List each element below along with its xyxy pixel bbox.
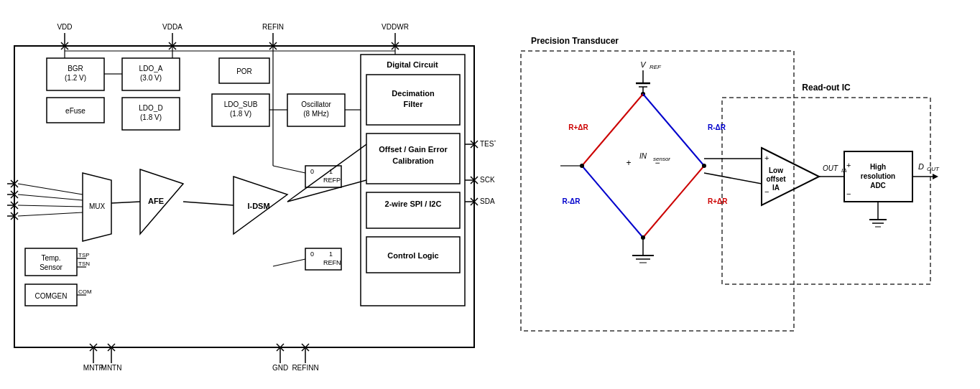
svg-text:VDDWR: VDDWR	[382, 23, 409, 31]
svg-text:D: D	[918, 162, 924, 171]
svg-line-49	[471, 141, 478, 148]
svg-text:R-ΔR: R-ΔR	[708, 123, 726, 131]
svg-text:COMGEN: COMGEN	[35, 292, 68, 300]
svg-line-115	[108, 344, 115, 351]
svg-text:Read-out IC: Read-out IC	[802, 83, 851, 93]
svg-rect-20	[47, 98, 104, 123]
svg-text:VDD: VDD	[57, 23, 72, 31]
svg-text:0: 0	[310, 168, 314, 175]
svg-text:+: +	[764, 154, 769, 162]
svg-line-167	[704, 173, 762, 184]
svg-line-104	[18, 194, 83, 200]
svg-rect-85	[25, 284, 77, 306]
svg-line-50	[471, 141, 478, 148]
svg-rect-138	[722, 98, 930, 284]
svg-text:−: −	[764, 187, 769, 196]
svg-rect-25	[122, 98, 180, 130]
svg-line-111	[90, 344, 97, 351]
svg-text:GND: GND	[272, 364, 288, 372]
svg-text:resolution: resolution	[861, 172, 895, 180]
svg-text:LDO_A: LDO_A	[139, 65, 163, 72]
svg-text:BGR: BGR	[68, 65, 83, 72]
svg-rect-33	[287, 94, 345, 126]
svg-line-66	[11, 191, 18, 198]
svg-line-54	[471, 177, 478, 184]
svg-line-58	[471, 198, 478, 205]
svg-text:MNTN: MNTN	[101, 364, 122, 372]
svg-text:R+ΔR: R+ΔR	[708, 197, 728, 205]
svg-line-116	[108, 344, 115, 351]
svg-rect-28	[219, 58, 269, 83]
main-container: VDD VDDA REFIN VDDWR BGR (1.2 V) eFuse	[0, 4, 980, 385]
svg-line-151	[582, 166, 643, 238]
svg-line-2	[61, 42, 68, 50]
svg-text:TSP: TSP	[78, 252, 90, 258]
svg-rect-17	[47, 58, 104, 90]
svg-line-119	[277, 344, 284, 351]
svg-line-120	[277, 344, 284, 351]
svg-text:LDO_SUB: LDO_SUB	[224, 100, 258, 108]
svg-text:SCK: SCK	[480, 176, 495, 184]
svg-text:MNTP: MNTP	[83, 364, 104, 372]
svg-rect-41	[366, 133, 460, 184]
svg-marker-185	[933, 174, 938, 179]
svg-line-147	[582, 94, 643, 166]
svg-text:+: +	[626, 158, 631, 168]
svg-text:0: 0	[310, 250, 314, 258]
svg-text:ADC: ADC	[870, 182, 886, 189]
svg-rect-36	[361, 55, 465, 306]
svg-text:−: −	[846, 189, 851, 198]
svg-text:2-wire SPI / I2C: 2-wire SPI / I2C	[385, 200, 442, 208]
svg-text:AFE: AFE	[148, 197, 164, 205]
svg-line-149	[643, 94, 704, 166]
svg-text:(1.8 V): (1.8 V)	[140, 113, 162, 121]
svg-line-133	[273, 166, 305, 173]
svg-line-105	[18, 205, 83, 207]
svg-rect-78	[25, 248, 77, 276]
svg-text:REFINN: REFINN	[292, 364, 318, 372]
svg-text:OUT: OUT	[927, 166, 940, 172]
svg-line-108	[183, 202, 234, 205]
block-diagram: VDD VDDA REFIN VDDWR BGR (1.2 V) eFuse	[7, 11, 496, 378]
svg-text:LDO_D: LDO_D	[139, 104, 162, 112]
svg-line-70	[11, 202, 18, 209]
svg-text:I-DSM: I-DSM	[247, 202, 269, 210]
svg-line-124	[302, 344, 309, 351]
svg-text:1: 1	[329, 250, 333, 258]
svg-text:Precision Transducer: Precision Transducer	[531, 36, 619, 46]
svg-text:VDDA: VDDA	[162, 23, 182, 31]
svg-text:Filter: Filter	[404, 100, 424, 108]
svg-marker-91	[234, 177, 287, 234]
circuit-diagram: Precision Transducer Read-out IC V REF R…	[517, 11, 941, 378]
svg-text:eFuse: eFuse	[65, 107, 85, 115]
svg-text:OUT: OUT	[823, 164, 838, 172]
svg-text:R-ΔR: R-ΔR	[563, 197, 581, 205]
svg-text:REF: REF	[650, 64, 662, 70]
svg-text:−: −	[655, 158, 660, 168]
svg-line-10	[269, 42, 277, 50]
svg-line-74	[11, 212, 18, 220]
svg-rect-30	[212, 94, 269, 126]
svg-text:(1.2 V): (1.2 V)	[65, 74, 86, 82]
svg-line-134	[273, 259, 305, 266]
svg-rect-136	[521, 51, 794, 331]
svg-rect-93	[305, 166, 341, 187]
svg-text:(8 MHz): (8 MHz)	[303, 110, 329, 118]
svg-line-153	[643, 166, 704, 238]
svg-text:TEST: TEST	[480, 140, 496, 148]
svg-line-3	[61, 42, 68, 50]
svg-text:REFIN: REFIN	[262, 23, 284, 31]
svg-marker-76	[83, 173, 111, 241]
svg-text:REFN: REFN	[323, 259, 341, 266]
svg-line-65	[11, 191, 18, 198]
svg-text:Control Logic: Control Logic	[387, 251, 439, 260]
svg-text:Offset / Gain Error: Offset / Gain Error	[379, 145, 448, 154]
svg-rect-38	[366, 75, 460, 125]
svg-text:REFP: REFP	[323, 177, 341, 184]
svg-text:Decimation: Decimation	[392, 89, 435, 98]
svg-line-62	[11, 180, 18, 187]
svg-line-53	[471, 177, 478, 184]
svg-line-57	[471, 198, 478, 205]
block-diagram-svg: VDD VDDA REFIN VDDWR BGR (1.2 V) eFuse	[7, 11, 496, 378]
svg-text:Oscillator: Oscillator	[301, 100, 331, 108]
